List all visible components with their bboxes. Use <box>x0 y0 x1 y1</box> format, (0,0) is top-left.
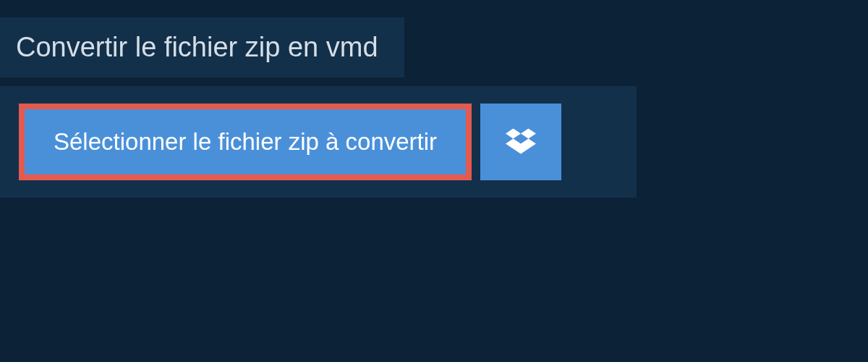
page-header-tab: Convertir le fichier zip en vmd <box>0 17 404 77</box>
select-file-button[interactable]: Sélectionner le fichier zip à convertir <box>19 104 472 180</box>
button-row: Sélectionner le fichier zip à convertir <box>19 104 618 180</box>
select-file-button-label: Sélectionner le fichier zip à convertir <box>54 128 437 156</box>
dropbox-button[interactable] <box>480 104 561 180</box>
dropbox-icon <box>506 126 536 159</box>
upload-panel: Sélectionner le fichier zip à convertir <box>0 86 637 198</box>
page-title: Convertir le fichier zip en vmd <box>16 32 378 63</box>
